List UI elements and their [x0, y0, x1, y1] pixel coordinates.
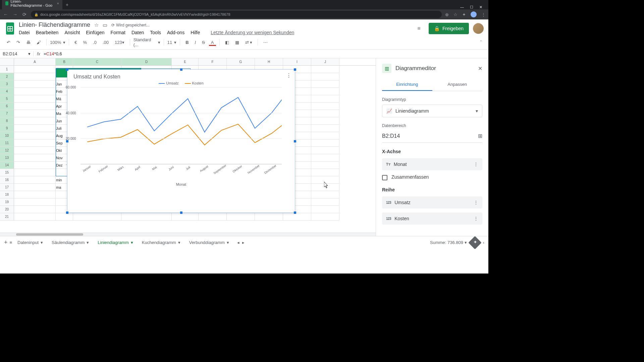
- legend-item[interactable]: Umsatz: [159, 81, 178, 85]
- extension-icon[interactable]: ✦: [462, 12, 466, 17]
- sheet-tab-saulen[interactable]: Säulendiagramm▾: [48, 237, 92, 248]
- cell[interactable]: [14, 184, 56, 191]
- cell[interactable]: [56, 213, 73, 221]
- cell[interactable]: [14, 110, 56, 117]
- currency-button[interactable]: €: [72, 39, 79, 46]
- column-header[interactable]: A: [14, 58, 56, 65]
- row-header[interactable]: 19: [0, 198, 14, 206]
- cell[interactable]: [311, 191, 339, 198]
- menu-insert[interactable]: Einfügen: [86, 30, 104, 35]
- resize-handle[interactable]: [180, 68, 182, 71]
- cell[interactable]: [14, 147, 56, 154]
- cell[interactable]: [14, 176, 56, 184]
- cell[interactable]: [14, 213, 56, 221]
- chart-plot-area[interactable]: -20.00040.00060.000: [80, 87, 282, 164]
- row-header[interactable]: 10: [0, 132, 14, 139]
- row-header[interactable]: 8: [0, 117, 14, 125]
- resize-handle[interactable]: [294, 140, 296, 142]
- tab-scroll-right[interactable]: ▸: [242, 240, 245, 245]
- menu-file[interactable]: Datei: [19, 30, 30, 35]
- xaxis-field[interactable]: Tᴛ Monat ⋮: [382, 158, 482, 170]
- cell[interactable]: [311, 110, 339, 117]
- row-header[interactable]: 21: [0, 213, 14, 221]
- paint-format-button[interactable]: 🖌: [35, 39, 43, 46]
- cell[interactable]: [311, 184, 339, 191]
- close-window-icon[interactable]: ✕: [479, 5, 482, 9]
- column-header[interactable]: H: [255, 58, 283, 65]
- scrollbar-thumb[interactable]: [16, 233, 83, 236]
- cell[interactable]: [14, 103, 56, 110]
- explore-button[interactable]: [468, 236, 482, 249]
- cell[interactable]: [14, 80, 56, 88]
- browser-tab[interactable]: Linien- Flächendiagramme - Goo ×: [2, 0, 62, 9]
- reload-button[interactable]: ⟳: [21, 12, 28, 17]
- sheet-tab-linien[interactable]: Liniendiagramm▾: [94, 237, 137, 248]
- data-range-value[interactable]: B2:D14: [382, 133, 400, 139]
- resize-handle[interactable]: [66, 68, 68, 71]
- close-sidebar-button[interactable]: ✕: [478, 65, 482, 72]
- spreadsheet-grid[interactable]: ABCDEFGHIJ 12345678910111213141516171819…: [0, 58, 376, 236]
- borders-button[interactable]: ▦: [233, 39, 241, 46]
- menu-format[interactable]: Format: [111, 30, 125, 35]
- cell[interactable]: [311, 80, 339, 88]
- legend-item[interactable]: Kosten: [185, 81, 204, 85]
- chevron-down-icon[interactable]: ▾: [227, 240, 229, 245]
- cell[interactable]: [14, 169, 56, 176]
- cell[interactable]: [73, 213, 121, 221]
- zoom-select[interactable]: 100% ▾: [50, 40, 65, 45]
- decrease-decimal-button[interactable]: .0: [91, 39, 99, 46]
- row-header[interactable]: 20: [0, 206, 14, 213]
- redo-button[interactable]: ↷: [14, 39, 22, 46]
- fill-color-button[interactable]: ◧: [223, 39, 231, 46]
- zoom-icon[interactable]: ⊕: [445, 12, 449, 17]
- cell[interactable]: [14, 73, 56, 80]
- column-header[interactable]: E: [172, 58, 199, 65]
- row-header[interactable]: 9: [0, 125, 14, 132]
- menu-data[interactable]: Daten: [131, 30, 144, 35]
- sheets-logo-icon[interactable]: [5, 22, 15, 35]
- sheet-tab-dateninput[interactable]: Dateninput▾: [14, 237, 46, 248]
- row-header[interactable]: 3: [0, 80, 14, 88]
- user-avatar[interactable]: [473, 23, 484, 34]
- chevron-down-icon[interactable]: ▾: [87, 240, 89, 245]
- column-header[interactable]: C: [73, 58, 121, 65]
- row-header[interactable]: 14: [0, 162, 14, 169]
- all-sheets-button[interactable]: ≡: [10, 240, 12, 245]
- cell[interactable]: [311, 88, 339, 95]
- cell[interactable]: [311, 95, 339, 103]
- forward-button[interactable]: →: [12, 12, 18, 17]
- sheet-tab-verbund[interactable]: Verbunddiagramm▾: [186, 237, 232, 248]
- new-tab-button[interactable]: +: [62, 0, 72, 9]
- resize-handle[interactable]: [294, 212, 296, 214]
- bookmark-icon[interactable]: ☆: [453, 12, 458, 17]
- name-box[interactable]: B2:D14 ▾: [0, 51, 34, 56]
- status-summary[interactable]: Summe: 736.809 ▾: [430, 240, 467, 245]
- cell[interactable]: [14, 198, 56, 206]
- column-header[interactable]: B: [56, 58, 73, 65]
- aggregate-checkbox[interactable]: Zusammenfassen: [382, 174, 482, 180]
- cell[interactable]: [311, 147, 339, 154]
- collapse-toolbar-button[interactable]: ˆ: [478, 39, 484, 46]
- url-input[interactable]: 🔒 docs.google.com/spreadsheets/d/16sZAG8…: [31, 11, 442, 18]
- resize-handle[interactable]: [180, 212, 182, 214]
- side-panel-toggle[interactable]: ‹: [483, 240, 484, 245]
- cell[interactable]: [311, 73, 339, 80]
- tab-scroll-left[interactable]: ◂: [237, 240, 239, 245]
- series-field-umsatz[interactable]: 123 Umsatz ⋮: [382, 196, 482, 208]
- browser-profile-avatar[interactable]: [471, 11, 477, 17]
- add-sheet-button[interactable]: +: [4, 239, 8, 246]
- last-edit-link[interactable]: Letzte Änderung vor wenigen Sekunden: [211, 30, 294, 35]
- horizontal-scrollbar[interactable]: [0, 233, 376, 236]
- cell[interactable]: [14, 66, 56, 73]
- menu-tools[interactable]: Tools: [150, 30, 161, 35]
- row-header[interactable]: 17: [0, 184, 14, 191]
- cell[interactable]: [14, 95, 56, 103]
- tab-customize[interactable]: Anpassen: [432, 80, 483, 91]
- row-header[interactable]: 2: [0, 73, 14, 80]
- row-header[interactable]: 5: [0, 95, 14, 103]
- cell[interactable]: [311, 117, 339, 125]
- row-header[interactable]: 15: [0, 169, 14, 176]
- cell[interactable]: [311, 103, 339, 110]
- strike-button[interactable]: S: [200, 39, 207, 46]
- series-field-kosten[interactable]: 123 Kosten ⋮: [382, 213, 482, 225]
